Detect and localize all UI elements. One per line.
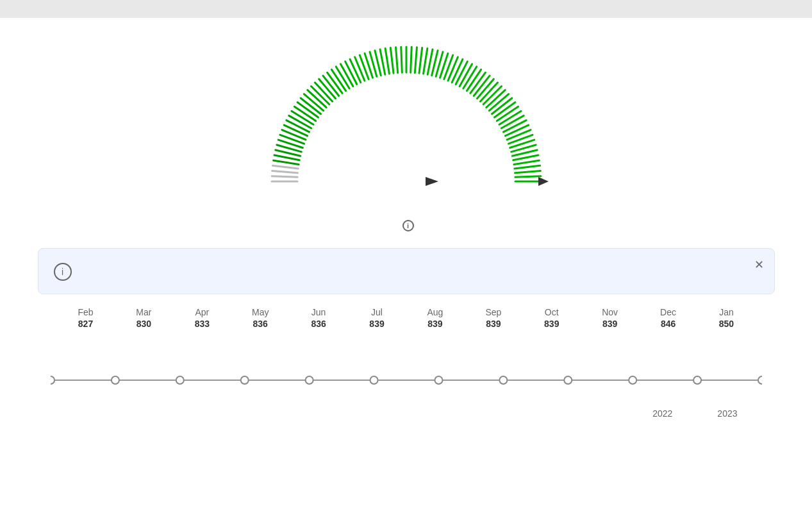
month-item: Apr833	[179, 307, 224, 329]
month-item: May836	[238, 307, 283, 329]
svg-point-84	[111, 376, 119, 384]
svg-line-36	[385, 49, 389, 74]
svg-point-91	[564, 376, 572, 384]
svg-line-29	[350, 59, 361, 82]
svg-point-92	[629, 376, 636, 384]
month-item: Jul839	[354, 307, 399, 329]
svg-line-51	[452, 59, 463, 82]
svg-line-39	[401, 47, 402, 72]
svg-line-45	[427, 49, 433, 74]
svg-line-78	[515, 171, 540, 173]
svg-line-69	[505, 125, 528, 136]
svg-line-42	[415, 47, 417, 73]
month-item: Feb827	[63, 307, 108, 329]
year-label: 2023	[717, 408, 737, 419]
svg-point-88	[370, 376, 377, 384]
month-item: Dec846	[646, 307, 691, 329]
month-item: Sep839	[471, 307, 516, 329]
gauge-svg	[256, 24, 557, 191]
month-item: Nov839	[588, 307, 633, 329]
svg-line-43	[418, 47, 422, 73]
gauge-pointer	[426, 177, 438, 186]
score-labels-row: i	[240, 220, 573, 231]
svg-line-75	[513, 155, 538, 160]
svg-line-1	[272, 176, 297, 178]
svg-line-4	[273, 160, 299, 164]
svg-line-38	[395, 47, 397, 73]
month-item: Aug839	[413, 307, 458, 329]
svg-point-83	[51, 376, 54, 384]
svg-line-44	[423, 49, 427, 74]
svg-marker-81	[538, 177, 549, 186]
chart-months-row: Feb827Mar830Apr833May836Jun836Jul839Aug8…	[51, 307, 762, 329]
month-item: Jan850	[704, 307, 749, 329]
svg-line-77	[514, 165, 540, 169]
score-category: i	[399, 220, 414, 231]
svg-line-35	[380, 49, 385, 74]
close-alert-button[interactable]: ✕	[754, 259, 764, 271]
svg-point-86	[240, 376, 248, 384]
year-label: 2022	[652, 408, 672, 419]
svg-line-3	[272, 165, 298, 169]
svg-line-76	[513, 160, 539, 164]
svg-line-37	[390, 47, 394, 73]
svg-point-93	[693, 376, 701, 384]
page-summary-header	[0, 0, 812, 18]
svg-point-89	[435, 376, 442, 384]
fraud-alert-box: i ✕	[38, 248, 775, 294]
svg-line-2	[272, 171, 297, 173]
chart-line-area	[51, 348, 762, 402]
month-item: Mar830	[121, 307, 166, 329]
svg-line-79	[515, 176, 540, 178]
svg-line-50	[448, 57, 458, 81]
month-item: Oct839	[529, 307, 574, 329]
year-labels-row: 20222023	[51, 408, 762, 419]
svg-point-85	[176, 376, 183, 384]
credit-score-gauge	[246, 24, 567, 217]
svg-line-70	[507, 130, 531, 140]
info-icon[interactable]: i	[402, 220, 414, 231]
svg-line-11	[284, 125, 307, 136]
svg-line-10	[281, 130, 305, 140]
score-line-chart	[51, 348, 762, 399]
svg-line-30	[354, 57, 364, 81]
svg-point-94	[758, 376, 762, 384]
svg-point-87	[305, 376, 313, 384]
month-item: Jun836	[296, 307, 341, 329]
svg-point-90	[499, 376, 507, 384]
svg-line-5	[274, 155, 299, 160]
svg-line-41	[410, 47, 411, 72]
alert-content	[82, 262, 759, 269]
alert-info-icon: i	[54, 263, 72, 281]
score-history-chart: Feb827Mar830Apr833May836Jun836Jul839Aug8…	[38, 307, 775, 419]
main-content: i i ✕ Feb827Mar830Apr833May836Jun836Jul8…	[0, 18, 812, 419]
